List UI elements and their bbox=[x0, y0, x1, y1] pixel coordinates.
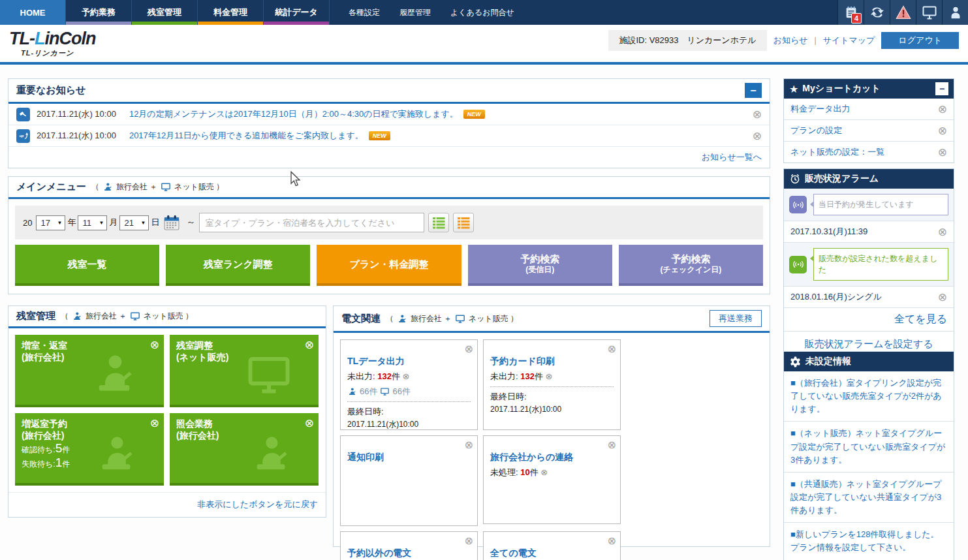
card-close-icon[interactable]: ⊗ bbox=[465, 343, 473, 355]
room-rank-adjust-button[interactable]: 残室ランク調整 bbox=[166, 245, 310, 286]
tab-rate-management[interactable]: 料金管理 bbox=[198, 0, 264, 25]
brand-logo[interactable]: TL-LinColn TL-リンカーン bbox=[9, 29, 95, 58]
tile-room-adjust-net[interactable]: 残室調整 (ネット販売) ⊗ bbox=[170, 335, 319, 407]
refresh-button[interactable] bbox=[864, 0, 890, 25]
news-row: up 2017.11.21(水) 10:00 2017年12月11日から使用でき… bbox=[8, 125, 770, 147]
alarm-see-all-link[interactable]: 全てを見る bbox=[894, 313, 947, 324]
shortcut-item: プランの設定 ⊗ bbox=[784, 120, 954, 142]
tile-close-icon[interactable]: ⊗ bbox=[305, 416, 314, 430]
plan-rate-adjust-button[interactable]: プラン・料金調整 bbox=[317, 245, 461, 286]
news-link[interactable]: 2017年12月11日から使用できる追加機能をご案内致します。 bbox=[129, 130, 364, 142]
card-close-icon[interactable]: ⊗ bbox=[465, 535, 473, 547]
card-tl-data-output[interactable]: ⊗ TLデータ出力 未出力: 132件 ⊗ 66件 66件 最終日時: 2017… bbox=[340, 339, 478, 430]
card-close-icon[interactable]: ⊗ bbox=[465, 439, 473, 451]
reservation-search-received-button[interactable]: 予約検索(受信日) bbox=[468, 245, 612, 286]
telegram-cards: ⊗ TLデータ出力 未出力: 132件 ⊗ 66件 66件 最終日時: 2017… bbox=[334, 333, 770, 560]
user-button[interactable] bbox=[942, 0, 968, 25]
news-close-icon[interactable]: ⊗ bbox=[753, 131, 762, 142]
card-reservation-card-print[interactable]: ⊗ 予約カード印刷 未出力: 132件 ⊗ 最終日時: 2017.11.21(水… bbox=[483, 339, 621, 430]
unset-info-item[interactable]: ■（共通販売）ネット室タイプグループ設定が完了していない共通室タイプが3件ありま… bbox=[784, 473, 954, 523]
orange-list-button[interactable] bbox=[453, 213, 474, 232]
alarm-entry-link[interactable]: 2017.10.31(月)11:39 bbox=[790, 226, 867, 238]
tile-inquiry-work[interactable]: 照会業務 (旅行会社) ⊗ bbox=[170, 413, 319, 486]
card-status: 未出力: 132件 ⊗ bbox=[347, 371, 471, 382]
card-close-icon[interactable]: ⊗ bbox=[608, 439, 616, 451]
search-input[interactable] bbox=[199, 213, 424, 232]
calendar-button[interactable] bbox=[164, 215, 180, 230]
shortcut-link-plan-settings[interactable]: プランの設定 bbox=[790, 125, 842, 136]
shortcuts-title: Myショートカット bbox=[802, 83, 880, 95]
alert-button[interactable] bbox=[890, 0, 916, 25]
alarm-close-icon[interactable]: ⊗ bbox=[938, 226, 947, 238]
tab-home[interactable]: HOME bbox=[0, 0, 66, 25]
reservation-search-checkin-button[interactable]: 予約検索(チェックイン日) bbox=[619, 245, 763, 286]
shortcut-link-net-sales-settings[interactable]: ネット販売の設定：一覧 bbox=[790, 146, 884, 158]
shortcut-link-rate-data[interactable]: 料金データ出力 bbox=[790, 103, 851, 115]
tile-close-icon[interactable]: ⊗ bbox=[150, 338, 159, 352]
monitor-button[interactable] bbox=[916, 0, 942, 25]
card-agency-contact[interactable]: ⊗ 旅行会社からの連絡 未処理: 10件 ⊗ bbox=[483, 435, 621, 524]
alarm-bubble-message: 当日予約が発生しています bbox=[813, 194, 948, 215]
card-title: 予約以外の電文 bbox=[347, 548, 471, 559]
year-select[interactable]: 17▼ bbox=[36, 215, 65, 230]
maintenance-icon bbox=[16, 108, 30, 121]
day-select[interactable]: 21▼ bbox=[119, 215, 149, 230]
news-minimize-button[interactable]: − bbox=[745, 83, 762, 98]
nav-link-faq[interactable]: よくあるお問合せ bbox=[441, 7, 524, 18]
tab-room-inventory-label: 残室管理 bbox=[148, 7, 181, 18]
news-link[interactable]: 12月の定期メンテナンスは2017年12月10日（月）2:00～4:30の日程で… bbox=[129, 108, 458, 120]
tab-reservation[interactable]: 予約業務 bbox=[66, 0, 132, 25]
notice-link[interactable]: お知らせ bbox=[773, 35, 808, 46]
status-close-icon[interactable]: ⊗ bbox=[403, 371, 410, 381]
shortcut-close-icon[interactable]: ⊗ bbox=[938, 147, 947, 158]
tile-add-return-rooms[interactable]: 増室・返室 (旅行会社) ⊗ bbox=[15, 335, 164, 407]
alarm-entry-link[interactable]: 2018.01.16(月)シングル bbox=[790, 291, 882, 303]
alarm-clock-icon bbox=[789, 173, 801, 185]
nav-link-settings[interactable]: 各種設定 bbox=[339, 7, 390, 18]
shortcut-close-icon[interactable]: ⊗ bbox=[938, 125, 947, 136]
card-notification-print[interactable]: ⊗ 通知印刷 bbox=[340, 435, 478, 526]
resend-button[interactable]: 再送業務 bbox=[710, 310, 762, 327]
tile-label: 残室調整 bbox=[176, 340, 312, 352]
news-list-link[interactable]: お知らせ一覧へ bbox=[702, 152, 762, 162]
card-close-icon[interactable]: ⊗ bbox=[608, 535, 616, 547]
alarm-settings-link[interactable]: 販売状況アラームを設定する bbox=[804, 338, 933, 349]
tab-statistics[interactable]: 統計データ bbox=[264, 0, 330, 25]
shortcuts-minimize-button[interactable]: − bbox=[935, 82, 948, 95]
news-close-icon[interactable]: ⊗ bbox=[753, 109, 762, 120]
main-menu-panel: メインメニュー （ 旅行会社＋ ネット販売） 20 17▼ 年 11▼ 月 21… bbox=[8, 176, 770, 294]
unset-info-item[interactable]: ■新しいプランを128件取得しました。プラン情報を設定して下さい。 bbox=[784, 523, 954, 559]
logout-button[interactable]: ログアウト bbox=[881, 32, 959, 49]
telegram-panel: 電文関連 （ 旅行会社＋ ネット販売） 再送業務 ⊗ TLデータ出力 未出力: … bbox=[333, 305, 770, 547]
memo-button[interactable]: 4 bbox=[837, 0, 864, 25]
shortcut-close-icon[interactable]: ⊗ bbox=[938, 104, 947, 115]
card-close-icon[interactable]: ⊗ bbox=[608, 343, 616, 355]
agency-tile-icon bbox=[248, 435, 294, 475]
tab-statistics-label: 統計データ bbox=[275, 7, 318, 18]
shortcut-item: 料金データ出力 ⊗ bbox=[784, 99, 954, 120]
tile-sublabel: (ネット販売) bbox=[176, 352, 312, 364]
green-list-button[interactable] bbox=[428, 213, 449, 232]
status-close-icon[interactable]: ⊗ bbox=[546, 371, 553, 381]
nav-link-history[interactable]: 履歴管理 bbox=[390, 7, 441, 18]
status-close-icon[interactable]: ⊗ bbox=[540, 467, 548, 477]
tile-close-icon[interactable]: ⊗ bbox=[305, 338, 314, 352]
quick-action-buttons: 残室一覧 残室ランク調整 プラン・料金調整 予約検索(受信日) 予約検索(チェッ… bbox=[8, 245, 770, 294]
warning-icon bbox=[896, 5, 911, 20]
room-restore-link[interactable]: 非表示にしたボタンを元に戻す bbox=[197, 499, 318, 509]
unset-info-item[interactable]: ■（ネット販売）ネット室タイプグループ設定が完了していない販売室タイプが3件あり… bbox=[784, 422, 954, 472]
net-icon bbox=[130, 312, 140, 320]
sitemap-link[interactable]: サイトマップ bbox=[823, 35, 875, 46]
card-non-reservation-telegram[interactable]: ⊗ 予約以外の電文 未処理: 5件 ⊗ bbox=[340, 531, 478, 560]
month-select[interactable]: 11▼ bbox=[78, 215, 107, 230]
remaining-rooms-button[interactable]: 残室一覧 bbox=[15, 245, 159, 286]
user-icon bbox=[948, 5, 963, 20]
unset-info-item[interactable]: ■（旅行会社）室タイプリンク設定が完了していない販売先室タイプが2件があります。 bbox=[784, 371, 954, 422]
tile-sublabel: (旅行会社) bbox=[22, 430, 157, 442]
tile-close-icon[interactable]: ⊗ bbox=[150, 416, 159, 430]
alarm-close-icon[interactable]: ⊗ bbox=[938, 292, 947, 303]
tile-add-return-reservation[interactable]: 増返室予約 (旅行会社) 確認待ち:5件 失敗待ち:1件 ⊗ bbox=[15, 413, 164, 486]
tab-room-inventory[interactable]: 残室管理 bbox=[132, 0, 198, 25]
card-all-telegrams[interactable]: ⊗ 全ての電文 bbox=[483, 531, 621, 560]
last-date-label: 最終日時: bbox=[490, 391, 614, 403]
